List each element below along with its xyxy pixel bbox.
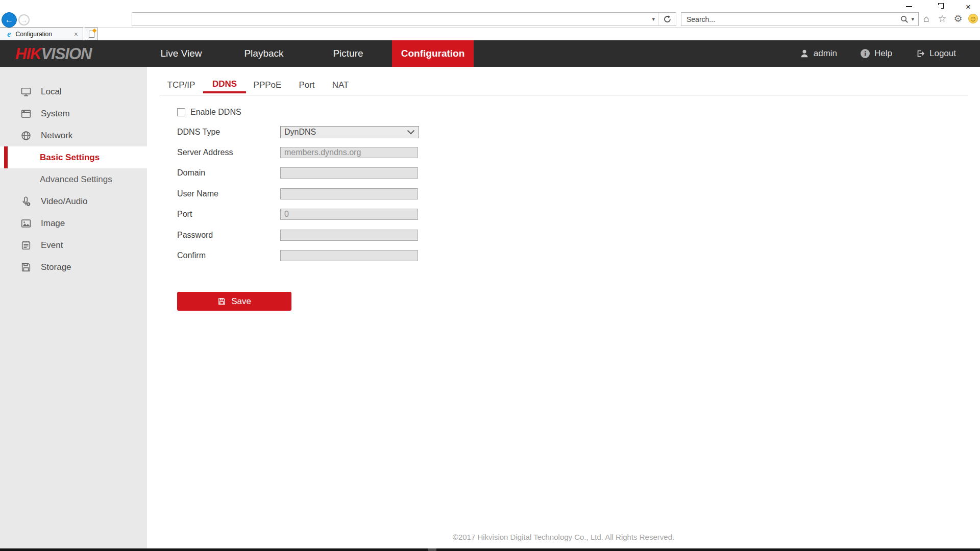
- password-input[interactable]: [280, 230, 418, 241]
- domain-row: Domain: [177, 167, 418, 179]
- nav-playback[interactable]: Playback: [244, 40, 283, 67]
- hikvision-logo: HIKVISION: [15, 46, 91, 62]
- floppy-icon: [20, 262, 32, 273]
- tab-close-icon[interactable]: ×: [74, 30, 78, 38]
- taskbar-accent: [428, 548, 436, 551]
- home-icon[interactable]: ⌂: [921, 14, 932, 23]
- tab-pppoe[interactable]: PPPoE: [244, 77, 291, 93]
- back-button[interactable]: ←: [2, 12, 17, 28]
- minimize-icon: [906, 6, 912, 7]
- restore-button[interactable]: [931, 2, 946, 12]
- browser-tab-configuration[interactable]: e Configuration ×: [0, 28, 83, 40]
- tabs-divider: [160, 95, 968, 95]
- address-dropdown-caret[interactable]: ▾: [648, 16, 658, 22]
- save-icon: [217, 297, 226, 306]
- ddns-type-value: DynDNS: [284, 128, 407, 137]
- gear-icon[interactable]: ⚙: [952, 14, 964, 23]
- sidebar-item-advanced-settings[interactable]: Advanced Settings: [0, 168, 147, 190]
- port-row: Port: [177, 209, 418, 220]
- refresh-button[interactable]: [659, 15, 676, 23]
- ddns-type-label: DDNS Type: [177, 128, 280, 137]
- tab-port[interactable]: Port: [289, 77, 324, 93]
- sidebar-item-network[interactable]: Network: [0, 124, 147, 146]
- restore-icon: [937, 5, 941, 10]
- address-bar[interactable]: ▾: [132, 12, 676, 26]
- server-address-row: Server Address: [177, 147, 418, 158]
- port-label: Port: [177, 210, 280, 219]
- ddns-type-select[interactable]: DynDNS: [280, 126, 419, 138]
- window-controls: ×: [901, 1, 976, 12]
- enable-ddns-label: Enable DDNS: [190, 108, 241, 117]
- ie-favicon: e: [7, 30, 11, 38]
- browser-tab-row: e Configuration ×: [0, 28, 980, 40]
- picture-icon: [20, 218, 32, 229]
- port-input[interactable]: [280, 209, 418, 220]
- sidebar-item-basic-settings[interactable]: Basic Settings: [0, 146, 147, 168]
- new-tab-icon: [89, 31, 94, 38]
- nav-configuration[interactable]: Configuration: [392, 40, 474, 67]
- nav-picture[interactable]: Picture: [333, 40, 363, 67]
- logout-icon: [916, 49, 925, 58]
- close-button[interactable]: ×: [961, 2, 976, 12]
- save-button[interactable]: Save: [177, 292, 291, 311]
- user-name-label: User Name: [177, 189, 280, 198]
- refresh-icon: [663, 15, 672, 23]
- help-label: Help: [874, 48, 892, 59]
- help-button[interactable]: i Help: [861, 48, 892, 59]
- favorites-star-icon[interactable]: ☆: [937, 14, 948, 23]
- user-name: admin: [814, 48, 837, 59]
- sidebar-item-event[interactable]: Event: [0, 234, 147, 256]
- app-header: HIKVISION Live View Playback Picture Con…: [0, 40, 980, 67]
- confirm-row: Confirm: [177, 250, 418, 261]
- screen: × ← → ▾ Search... ▾: [0, 0, 980, 551]
- new-tab-button[interactable]: [85, 28, 98, 40]
- sidebar-item-storage[interactable]: Storage: [0, 256, 147, 278]
- search-button[interactable]: [900, 15, 911, 24]
- logout-label: Logout: [929, 48, 956, 59]
- server-address-input[interactable]: [280, 147, 418, 158]
- password-row: Password: [177, 230, 418, 241]
- enable-ddns-checkbox[interactable]: [177, 108, 185, 116]
- enable-ddns-row: Enable DDNS: [177, 108, 241, 117]
- forward-button[interactable]: →: [18, 14, 30, 26]
- user-icon: [800, 49, 809, 58]
- sidebar-item-image[interactable]: Image: [0, 212, 147, 234]
- microphone-icon: [20, 196, 32, 207]
- info-icon: i: [861, 49, 870, 58]
- monitor-icon: [20, 86, 32, 97]
- window-icon: [20, 108, 32, 119]
- user-name-row: User Name: [177, 188, 418, 199]
- logo-vision: VISION: [41, 45, 91, 63]
- sidebar: Local System Network Basic Settings Adva…: [0, 67, 147, 548]
- tab-tcpip[interactable]: TCP/IP: [158, 77, 205, 93]
- search-icon: [900, 15, 909, 24]
- search-placeholder: Search...: [681, 15, 900, 23]
- browser-tab-title: Configuration: [16, 31, 74, 38]
- save-label: Save: [231, 296, 251, 307]
- sidebar-item-system[interactable]: System: [0, 103, 147, 124]
- server-address-label: Server Address: [177, 148, 280, 157]
- user-name-input[interactable]: [280, 188, 418, 199]
- minimize-button[interactable]: [901, 2, 917, 12]
- sidebar-item-video-audio[interactable]: Video/Audio: [0, 190, 147, 212]
- browser-toolbar-icons: ⌂ ☆ ⚙ ☺: [921, 14, 978, 23]
- ddns-type-row: DDNS Type DynDNS: [177, 126, 419, 138]
- sidebar-item-local[interactable]: Local: [0, 81, 147, 103]
- search-box[interactable]: Search... ▾: [681, 12, 919, 26]
- browser-chrome: × ← → ▾ Search... ▾: [0, 0, 980, 40]
- tab-nat[interactable]: NAT: [323, 77, 358, 93]
- tab-ddns[interactable]: DDNS: [203, 77, 246, 93]
- user-group: admin: [800, 48, 837, 59]
- password-label: Password: [177, 231, 280, 240]
- calendar-icon: [20, 240, 32, 251]
- feedback-smiley-icon[interactable]: ☺: [968, 14, 978, 23]
- logout-button[interactable]: Logout: [916, 48, 956, 59]
- domain-input[interactable]: [280, 167, 418, 179]
- chevron-down-icon: [407, 130, 415, 135]
- nav-live-view[interactable]: Live View: [161, 40, 202, 67]
- confirm-input[interactable]: [280, 250, 418, 261]
- header-user-area: admin i Help Logout: [800, 40, 956, 67]
- search-dropdown-caret[interactable]: ▾: [911, 16, 918, 22]
- forward-icon: →: [21, 16, 28, 24]
- domain-label: Domain: [177, 168, 280, 178]
